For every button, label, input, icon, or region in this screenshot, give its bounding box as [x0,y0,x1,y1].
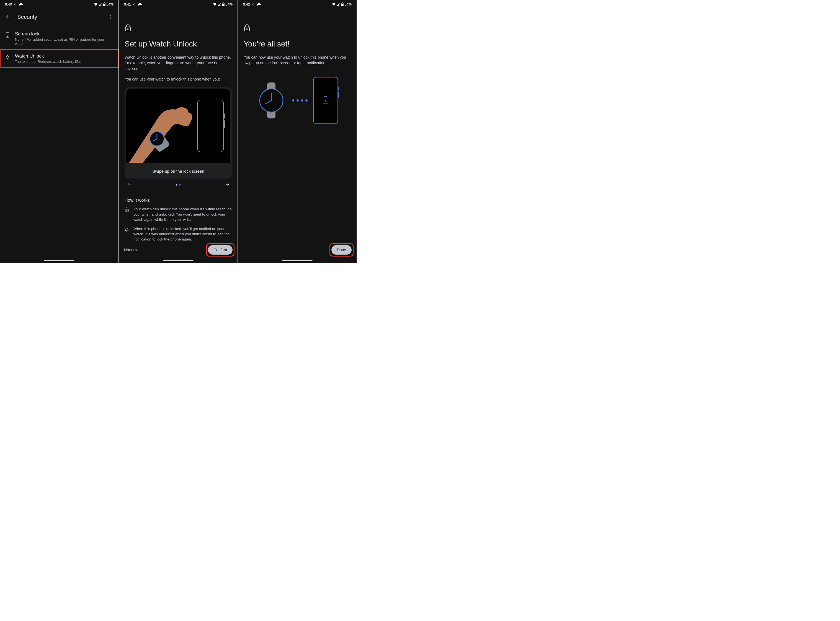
signal-icon [99,3,102,6]
battery-icon [103,3,106,6]
home-indicator[interactable] [163,261,194,261]
security-screen: 9:40 54% Security Screen lock None / For… [0,0,119,263]
svg-point-9 [6,56,9,58]
home-indicator[interactable] [44,261,74,261]
svg-rect-18 [224,120,225,128]
prev-button[interactable] [126,182,132,188]
cloud-icon [257,3,261,6]
how-text-2: When this phone is unlocked, you'll get … [133,226,232,242]
cloud-icon [18,3,23,6]
screen-lock-item[interactable]: Screen lock None / For added security, s… [0,27,118,50]
done-screen: 9:42 54% You're all set! You can now use… [238,0,357,263]
svg-rect-13 [222,5,224,6]
done-highlight: Done [331,245,352,254]
card-caption: Swipe up on the lock screen [124,165,232,179]
watch-unlock-item[interactable]: Watch Unlock Tap to set up. Reduces watc… [0,50,118,68]
illustration-card: Swipe up on the lock screen [124,87,232,179]
lock-header-icon [244,24,351,33]
svg-point-15 [127,29,129,30]
battery-pct: 54% [344,2,352,6]
svg-point-33 [292,99,294,101]
confirm-highlight: Confirm [208,245,233,254]
done-button[interactable]: Done [331,245,352,254]
watch-status-icon [14,3,17,6]
bell-icon [124,227,129,232]
body-text-1: Watch Unlock is another convenient way t… [124,55,232,71]
clock: 9:40 [5,2,12,6]
svg-rect-16 [197,100,223,152]
done-illustration [244,77,351,124]
how-it-works-heading: How it works [124,198,232,203]
item-title: Watch Unlock [15,53,114,59]
svg-point-6 [110,18,111,19]
svg-point-4 [110,15,111,16]
svg-point-8 [7,36,8,37]
next-button[interactable] [224,182,230,188]
battery-icon [222,3,224,6]
clock: 9:41 [124,2,131,6]
dot-2[interactable] [179,184,181,186]
item-title: Screen lock [15,31,114,37]
battery-icon [341,3,344,6]
unlock-icon [124,207,129,212]
svg-point-0 [15,4,16,5]
svg-point-34 [297,99,299,101]
svg-point-22 [126,211,127,211]
clock: 9:42 [243,2,250,6]
footer-bar: Not now Confirm [119,241,238,263]
svg-rect-27 [341,5,343,6]
svg-point-5 [110,17,111,17]
svg-point-36 [305,99,308,101]
item-subtitle: Tap to set up. Reduces watch battery lif… [15,59,114,64]
status-bar: 9:42 54% [238,0,356,8]
status-bar: 9:41 54% [119,0,238,8]
setup-screen: 9:41 54% Set up Watch Unlock Watch Unloc… [119,0,238,263]
page-title: Set up Watch Unlock [124,39,232,48]
item-subtitle: None / For added security, set as PIN or… [15,37,114,45]
body-text: You can now use your watch to unlock thi… [244,55,351,66]
phone-icon [6,32,9,38]
svg-rect-38 [338,86,339,91]
confirm-button[interactable]: Confirm [208,245,233,254]
watch-status-icon [252,3,255,6]
how-row-2: When this phone is unlocked, you'll get … [124,226,232,242]
svg-point-10 [134,4,135,5]
overflow-menu[interactable] [105,11,116,23]
back-button[interactable] [3,11,14,23]
header-title: Security [17,14,101,20]
svg-point-24 [253,4,254,5]
more-vert-icon [108,14,113,20]
battery-pct: 54% [106,2,114,6]
pager-dots [176,184,181,186]
arrow-right-icon [224,182,230,187]
carousel-pager [124,179,232,191]
wifi-icon [212,3,217,6]
not-now-button[interactable]: Not now [124,248,138,252]
how-text-1: Your watch can unlock this phone when it… [133,207,232,223]
dot-1[interactable] [176,184,177,186]
card-illustration [126,89,230,163]
svg-point-41 [325,100,326,101]
signal-icon [337,3,340,6]
wifi-icon [94,3,98,6]
page-title: You're all set! [244,39,351,48]
watch-icon [5,55,10,60]
cloud-icon [138,3,142,6]
app-header: Security [0,8,118,27]
svg-rect-17 [224,114,225,119]
svg-rect-39 [338,92,339,98]
watch-status-icon [133,3,136,6]
battery-pct: 54% [225,2,233,6]
footer-bar: Done [238,241,356,263]
signal-icon [218,3,221,6]
connection-dots-icon [291,99,308,102]
svg-rect-3 [103,5,105,6]
home-indicator[interactable] [282,261,312,261]
arrow-left-icon [126,182,132,187]
arrow-left-icon [5,14,11,20]
svg-point-35 [301,99,303,101]
body-text-2: You can use your watch to unlock this ph… [124,76,232,82]
status-bar: 9:40 54% [0,0,118,8]
wifi-icon [332,3,336,6]
how-row-1: Your watch can unlock this phone when it… [124,207,232,223]
